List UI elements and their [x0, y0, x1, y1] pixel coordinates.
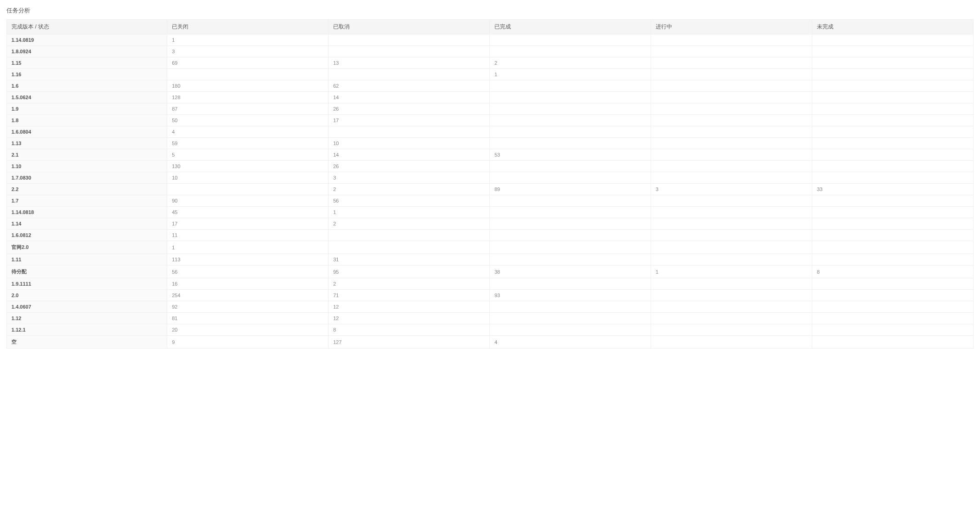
cell — [490, 278, 651, 290]
cell — [651, 301, 812, 313]
cell — [651, 34, 812, 46]
cell — [812, 218, 974, 230]
cell — [490, 103, 651, 115]
cell — [651, 254, 812, 265]
cell: 87 — [167, 103, 329, 115]
cell: 1 — [167, 34, 329, 46]
cell — [812, 241, 974, 254]
table-row: 1.6.08044 — [7, 126, 974, 138]
row-label: 1.8.0924 — [7, 46, 167, 57]
table-row: 1.85017 — [7, 115, 974, 126]
cell: 1 — [329, 207, 490, 218]
table-row: 1.98726 — [7, 103, 974, 115]
cell — [812, 115, 974, 126]
page-title: 任务分析 — [6, 6, 974, 15]
cell — [651, 218, 812, 230]
row-label: 2.0 — [7, 290, 167, 301]
row-label: 1.4.0607 — [7, 301, 167, 313]
cell: 127 — [329, 336, 490, 349]
row-label: 1.6 — [7, 80, 167, 92]
table-row: 1.5.062412814 — [7, 92, 974, 103]
cell — [329, 230, 490, 241]
cell: 8 — [812, 265, 974, 278]
cell — [490, 161, 651, 172]
cell: 95 — [329, 265, 490, 278]
cell — [812, 80, 974, 92]
cell — [490, 218, 651, 230]
table-row: 1.1569132 — [7, 57, 974, 69]
cell — [490, 230, 651, 241]
header-cancelled: 已取消 — [329, 20, 490, 34]
cell — [651, 207, 812, 218]
cell: 3 — [329, 172, 490, 184]
cell — [490, 207, 651, 218]
table-row: 2.02547193 — [7, 290, 974, 301]
table-row: 1.6.081211 — [7, 230, 974, 241]
cell: 2 — [329, 218, 490, 230]
table-header-row: 完成版本 / 状态 已关闭 已取消 已完成 进行中 未完成 — [7, 20, 974, 34]
cell — [651, 324, 812, 336]
cell — [490, 195, 651, 207]
cell: 1 — [490, 69, 651, 80]
table-row: 1.161 — [7, 69, 974, 80]
cell — [490, 126, 651, 138]
cell: 2 — [490, 57, 651, 69]
row-label: 1.12 — [7, 313, 167, 324]
cell: 2 — [329, 278, 490, 290]
cell: 9 — [167, 336, 329, 349]
cell: 5 — [167, 149, 329, 161]
cell — [812, 278, 974, 290]
cell: 10 — [167, 172, 329, 184]
cell — [167, 184, 329, 195]
cell: 1 — [167, 241, 329, 254]
table-row: 1.128112 — [7, 313, 974, 324]
cell — [490, 313, 651, 324]
cell — [329, 34, 490, 46]
cell — [490, 46, 651, 57]
cell: 33 — [812, 184, 974, 195]
cell: 10 — [329, 138, 490, 149]
cell: 3 — [167, 46, 329, 57]
table-row: 空91274 — [7, 336, 974, 349]
cell — [490, 138, 651, 149]
cell — [329, 241, 490, 254]
row-label: 1.14.0819 — [7, 34, 167, 46]
cell: 93 — [490, 290, 651, 301]
cell — [651, 57, 812, 69]
cell — [651, 138, 812, 149]
row-label: 1.14.0818 — [7, 207, 167, 218]
cell — [490, 115, 651, 126]
table-row: 2.151453 — [7, 149, 974, 161]
cell: 17 — [329, 115, 490, 126]
cell: 130 — [167, 161, 329, 172]
cell — [812, 92, 974, 103]
cell: 89 — [490, 184, 651, 195]
cell: 90 — [167, 195, 329, 207]
row-label: 官网2.0 — [7, 241, 167, 254]
cell: 71 — [329, 290, 490, 301]
table-row: 2.2289333 — [7, 184, 974, 195]
cell — [651, 126, 812, 138]
cell: 62 — [329, 80, 490, 92]
cell — [812, 301, 974, 313]
header-incomplete: 未完成 — [812, 20, 974, 34]
cell: 59 — [167, 138, 329, 149]
table-row: 1.14.0818451 — [7, 207, 974, 218]
cell — [490, 254, 651, 265]
cell — [651, 69, 812, 80]
cell: 56 — [167, 265, 329, 278]
table-row: 1.618062 — [7, 80, 974, 92]
cell: 12 — [329, 313, 490, 324]
header-completed: 已完成 — [490, 20, 651, 34]
cell: 81 — [167, 313, 329, 324]
cell: 17 — [167, 218, 329, 230]
row-label: 2.2 — [7, 184, 167, 195]
cell: 180 — [167, 80, 329, 92]
cell: 8 — [329, 324, 490, 336]
cell: 11 — [167, 230, 329, 241]
cell — [651, 161, 812, 172]
cell — [651, 230, 812, 241]
cell — [651, 290, 812, 301]
row-label: 1.10 — [7, 161, 167, 172]
cell — [812, 103, 974, 115]
